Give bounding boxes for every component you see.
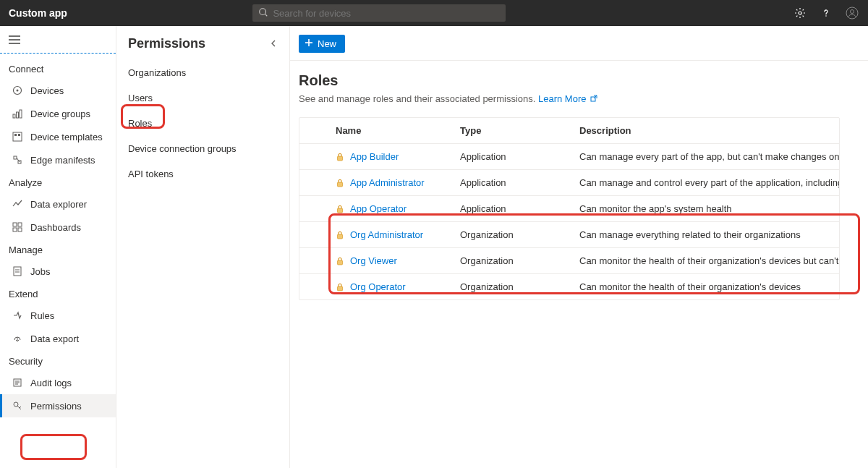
account-icon[interactable] bbox=[845, 6, 859, 20]
table-row[interactable]: Org Administrator Organization Can manag… bbox=[299, 222, 839, 248]
nav-section-extend: Extend bbox=[0, 283, 116, 304]
table-header: Name Type Description bbox=[299, 118, 839, 144]
new-button[interactable]: New bbox=[299, 35, 345, 53]
permissions-icon bbox=[12, 400, 23, 412]
search-icon bbox=[258, 7, 273, 20]
nav-item-permissions[interactable]: Permissions bbox=[0, 394, 116, 417]
subpanel-header: Permissions bbox=[116, 26, 289, 60]
svg-point-10 bbox=[17, 90, 19, 92]
sub-item-organizations[interactable]: Organizations bbox=[116, 60, 289, 85]
main-content: New Roles See and manage roles and their… bbox=[290, 26, 868, 468]
nav-item-devices[interactable]: Devices bbox=[0, 79, 116, 102]
main-inner: Roles See and manage roles and their ass… bbox=[290, 61, 868, 300]
table-row[interactable]: Org Viewer Organization Can monitor the … bbox=[299, 248, 839, 274]
nav-item-device-groups[interactable]: Device groups bbox=[0, 102, 116, 125]
svg-line-1 bbox=[265, 14, 268, 16]
svg-rect-17 bbox=[14, 156, 17, 159]
role-type: Application bbox=[451, 170, 571, 195]
page-description-text: See and manage roles and their associate… bbox=[299, 93, 535, 104]
role-type: Application bbox=[451, 196, 571, 221]
dashboards-icon bbox=[12, 221, 23, 233]
table-row[interactable]: App Administrator Application Can manage… bbox=[299, 170, 839, 196]
svg-rect-15 bbox=[14, 134, 17, 136]
svg-rect-41 bbox=[338, 260, 343, 265]
role-link[interactable]: Org Administrator bbox=[350, 229, 423, 240]
layout: Connect Devices Device groups Device tem… bbox=[0, 26, 868, 468]
role-type: Organization bbox=[451, 274, 571, 299]
role-link[interactable]: App Builder bbox=[350, 151, 399, 162]
svg-rect-12 bbox=[17, 112, 19, 118]
nav-item-label: Rules bbox=[30, 310, 54, 321]
svg-line-33 bbox=[20, 407, 21, 408]
role-link[interactable]: Org Operator bbox=[350, 281, 406, 292]
role-link[interactable]: App Administrator bbox=[350, 177, 425, 188]
table-row[interactable]: App Builder Application Can manage every… bbox=[299, 144, 839, 170]
svg-rect-13 bbox=[20, 110, 22, 118]
learn-more-link[interactable]: Learn More bbox=[538, 93, 586, 104]
collapse-subpanel-icon[interactable] bbox=[269, 36, 278, 51]
role-type: Application bbox=[451, 144, 571, 169]
nav-item-label: Data export bbox=[30, 333, 79, 344]
svg-rect-20 bbox=[13, 223, 17, 226]
svg-rect-14 bbox=[13, 132, 22, 141]
data-export-icon bbox=[12, 333, 23, 344]
lock-icon bbox=[336, 179, 344, 187]
svg-point-5 bbox=[850, 10, 854, 14]
lock-icon bbox=[336, 283, 344, 292]
sub-item-users[interactable]: Users bbox=[116, 85, 289, 111]
nav-item-dashboards[interactable]: Dashboards bbox=[0, 216, 116, 239]
sidebar: Connect Devices Device groups Device tem… bbox=[0, 26, 116, 468]
role-type: Organization bbox=[451, 222, 571, 247]
role-type: Organization bbox=[451, 248, 571, 273]
nav-item-device-templates[interactable]: Device templates bbox=[0, 125, 116, 148]
hamburger-menu[interactable] bbox=[0, 32, 116, 53]
nav-item-audit-logs[interactable]: Audit logs bbox=[0, 371, 116, 394]
nav-item-rules[interactable]: Rules bbox=[0, 304, 116, 327]
nav-item-label: Edge manifests bbox=[30, 155, 95, 166]
role-link[interactable]: Org Viewer bbox=[350, 255, 397, 266]
nav-item-data-export[interactable]: Data export bbox=[0, 327, 116, 350]
svg-rect-37 bbox=[338, 156, 343, 161]
role-description: Can monitor the health of their organiza… bbox=[571, 274, 839, 299]
nav-item-jobs[interactable]: Jobs bbox=[0, 260, 116, 283]
sub-item-api-tokens[interactable]: API tokens bbox=[116, 161, 289, 187]
svg-rect-11 bbox=[13, 114, 15, 118]
lock-icon bbox=[336, 257, 344, 265]
device-groups-icon bbox=[12, 108, 23, 119]
role-description: Can monitor the app's system health bbox=[571, 196, 839, 221]
th-description[interactable]: Description bbox=[571, 118, 839, 143]
search-box[interactable] bbox=[252, 4, 506, 22]
settings-icon[interactable] bbox=[793, 6, 807, 20]
nav-item-label: Device templates bbox=[30, 132, 103, 142]
roles-table: Name Type Description App Builder Applic… bbox=[299, 117, 840, 300]
th-name[interactable]: Name bbox=[299, 118, 451, 143]
sub-item-roles[interactable]: Roles bbox=[116, 111, 289, 136]
table-row[interactable]: Org Operator Organization Can monitor th… bbox=[299, 274, 839, 299]
nav-section-security: Security bbox=[0, 350, 116, 371]
jobs-icon bbox=[12, 265, 23, 277]
sub-item-device-connection-groups[interactable]: Device connection groups bbox=[116, 136, 289, 161]
toolbar: New bbox=[290, 35, 868, 60]
lock-icon bbox=[336, 205, 344, 213]
table-row[interactable]: App Operator Application Can monitor the… bbox=[299, 196, 839, 222]
nav-item-data-explorer[interactable]: Data explorer bbox=[0, 192, 116, 216]
svg-point-3 bbox=[825, 15, 827, 17]
top-bar: Custom app bbox=[0, 0, 868, 26]
search-input[interactable] bbox=[273, 8, 500, 19]
help-icon[interactable] bbox=[819, 6, 833, 20]
nav-item-label: Audit logs bbox=[30, 378, 72, 388]
th-type[interactable]: Type bbox=[451, 118, 571, 143]
role-description: Can monitor the health of their organiza… bbox=[571, 248, 839, 273]
subpanel: Permissions Organizations Users Roles De… bbox=[116, 26, 290, 468]
svg-rect-23 bbox=[18, 228, 22, 231]
data-explorer-icon bbox=[12, 198, 23, 210]
role-link[interactable]: App Operator bbox=[350, 203, 407, 214]
svg-rect-24 bbox=[14, 267, 21, 276]
svg-rect-16 bbox=[18, 134, 20, 136]
nav-section-analyze: Analyze bbox=[0, 171, 116, 192]
app-title: Custom app bbox=[9, 7, 67, 19]
nav-item-edge-manifests[interactable]: Edge manifests bbox=[0, 148, 116, 171]
plus-icon bbox=[305, 38, 313, 49]
nav-item-label: Permissions bbox=[30, 401, 82, 412]
device-templates-icon bbox=[12, 131, 23, 142]
